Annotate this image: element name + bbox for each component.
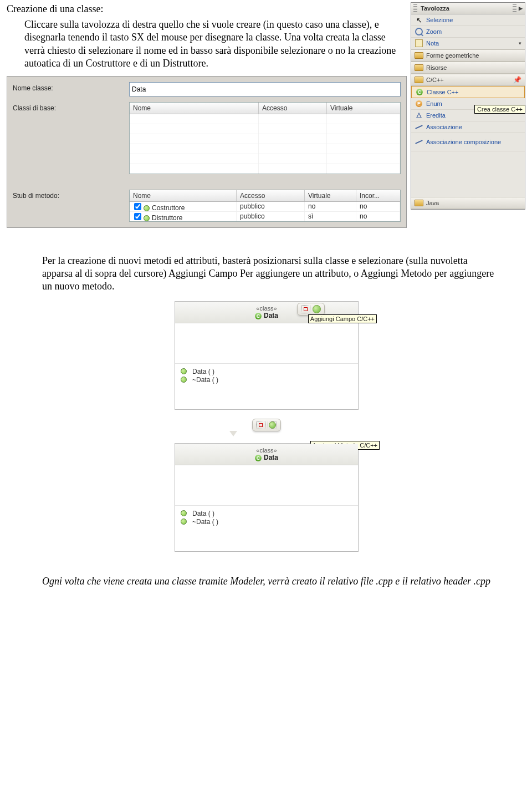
folder-icon — [415, 75, 423, 84]
bullet-icon — [181, 518, 187, 525]
col-accesso[interactable]: Accesso — [237, 190, 305, 201]
note-icon — [415, 39, 423, 48]
palette-category-cpp[interactable]: C/C++ 📌 — [411, 74, 525, 86]
association-icon — [415, 123, 423, 131]
stub-checkbox[interactable] — [134, 203, 141, 210]
bullet-icon — [181, 368, 187, 374]
label-stub-metodo: Stub di metodo: — [13, 190, 129, 200]
palette-item-composizione[interactable]: Associazione composizione — [411, 133, 525, 151]
pin-icon[interactable]: 📌 — [513, 76, 521, 84]
palette-item-zoom[interactable]: Zoom — [411, 26, 525, 38]
methods-section[interactable]: Data ( ) ~Data ( ) — [175, 364, 358, 409]
cursor-icon — [415, 16, 423, 24]
cell-incor: no — [356, 202, 400, 211]
action-bubble — [297, 303, 325, 316]
folder-icon — [415, 199, 423, 207]
tooltip-crea-classe: Crea classe C++ — [474, 105, 525, 114]
bullet-icon — [181, 510, 187, 516]
bubble-pointer-icon — [229, 431, 237, 436]
palette-item-nota[interactable]: Nota ▾ — [411, 38, 525, 49]
class-diagram-2: Aggiungi Metodo C/C++ «class» CData Data… — [175, 443, 357, 552]
palette-category-label: Java — [426, 200, 439, 206]
class-icon: C — [415, 88, 424, 96]
palette-item-label: Associazione — [426, 124, 462, 130]
method-item[interactable]: ~Data ( ) — [181, 518, 352, 526]
palette-category-risorse[interactable]: Risorse — [411, 62, 525, 74]
palette-item-label: Zoom — [426, 28, 442, 35]
label-classi-base: Classi di base: — [13, 102, 129, 112]
method-item[interactable]: ~Data ( ) — [181, 376, 352, 384]
add-field-button[interactable] — [301, 305, 310, 313]
action-bubble — [252, 419, 281, 431]
bullet-icon — [144, 215, 150, 221]
add-method-button[interactable] — [313, 305, 321, 313]
method-item[interactable]: Data ( ) — [181, 368, 352, 375]
palette-title: Tavolozza — [421, 5, 449, 12]
palette-category-forme[interactable]: Forme geometriche — [411, 49, 525, 62]
class-box[interactable]: «class» CData Data ( ) ~Data ( ) — [175, 443, 359, 552]
add-field-button[interactable] — [256, 421, 265, 429]
folder-icon — [415, 63, 423, 72]
method-label: Data ( ) — [192, 510, 214, 517]
cell-accesso: pubblico — [237, 202, 305, 211]
palette-category-label: Risorse — [426, 64, 447, 71]
palette-item-label: Eredita — [426, 112, 446, 119]
col-virtuale[interactable]: Virtuale — [305, 190, 356, 201]
palette-title-bar: Tavolozza ▶ — [411, 3, 525, 14]
palette-item-label: Associazione composizione — [426, 139, 501, 145]
inherit-icon — [415, 111, 423, 120]
col-accesso[interactable]: Accesso — [259, 103, 327, 114]
cell-accesso: pubblico — [237, 212, 305, 221]
cell-virtuale: no — [305, 202, 356, 211]
col-virtuale[interactable]: Virtuale — [327, 103, 400, 114]
class-name: Data — [264, 454, 278, 461]
method-label: Data ( ) — [192, 368, 214, 375]
palette-item-label: Enum — [426, 100, 442, 107]
palette-panel: Tavolozza ▶ Selezione Zoom Nota ▾ Forme … — [411, 2, 525, 210]
attributes-section[interactable] — [175, 465, 358, 506]
chevron-right-icon[interactable]: ▶ — [519, 6, 523, 11]
palette-item-classe-cpp[interactable]: C Classe C++ — [411, 86, 525, 98]
col-incor[interactable]: Incor... — [356, 190, 400, 201]
outro-paragraph: Ogni volta che viene creata una classe t… — [42, 575, 497, 588]
stub-checkbox[interactable] — [134, 213, 141, 220]
table-row[interactable]: Costruttore pubblico no no — [130, 202, 400, 212]
col-nome[interactable]: Nome — [130, 190, 237, 201]
palette-item-selezione[interactable]: Selezione — [411, 14, 525, 26]
cell-virtuale: sì — [305, 212, 356, 221]
stub-methods-table[interactable]: Nome Accesso Virtuale Incor... Costrutto… — [129, 190, 401, 222]
palette-item-label: Selezione — [426, 17, 453, 23]
class-creation-dialog: Nome classe: Classi di base: Nome Access… — [7, 76, 407, 228]
grip-icon — [513, 4, 516, 12]
base-classes-table[interactable]: Nome Accesso Virtuale — [129, 102, 401, 174]
folder-icon — [415, 51, 423, 60]
attributes-section[interactable] — [175, 323, 358, 364]
tooltip-add-field: Aggiungi Campo C/C++ — [308, 314, 377, 323]
middle-paragraph: Per la creazione di nuovi metodi ed attr… — [42, 255, 497, 293]
class-diagram-1: «class» CData Data ( ) ~Data ( ) Aggiung… — [175, 301, 357, 410]
class-name: Data — [264, 312, 278, 319]
cell-incor: no — [356, 212, 400, 221]
method-label: ~Data ( ) — [192, 376, 218, 384]
palette-item-label: Nota — [426, 40, 439, 47]
col-nome[interactable]: Nome — [130, 103, 259, 114]
method-item[interactable]: Data ( ) — [181, 510, 352, 517]
bullet-icon — [144, 205, 150, 211]
palette-category-label: C/C++ — [426, 77, 444, 83]
palette-item-associazione[interactable]: Associazione — [411, 121, 525, 133]
bullet-icon — [181, 377, 187, 383]
add-method-button[interactable] — [268, 421, 277, 429]
palette-item-label: Classe C++ — [427, 89, 458, 95]
zoom-icon — [415, 27, 423, 36]
nome-classe-input[interactable] — [129, 82, 401, 96]
palette-category-java[interactable]: Java — [411, 197, 525, 209]
table-row[interactable]: Distruttore pubblico sì no — [130, 212, 400, 221]
intro-paragraph: Cliccare sulla tavolozza di destra quell… — [24, 18, 401, 70]
class-icon: C — [255, 313, 262, 319]
palette-category-label: Forme geometriche — [426, 52, 479, 59]
class-stereotype: «class» — [175, 447, 358, 454]
label-nome-classe: Nome classe: — [13, 82, 129, 92]
composition-icon — [415, 138, 423, 146]
methods-section[interactable]: Data ( ) ~Data ( ) — [175, 506, 358, 551]
cell-nome: Costruttore — [152, 204, 185, 212]
